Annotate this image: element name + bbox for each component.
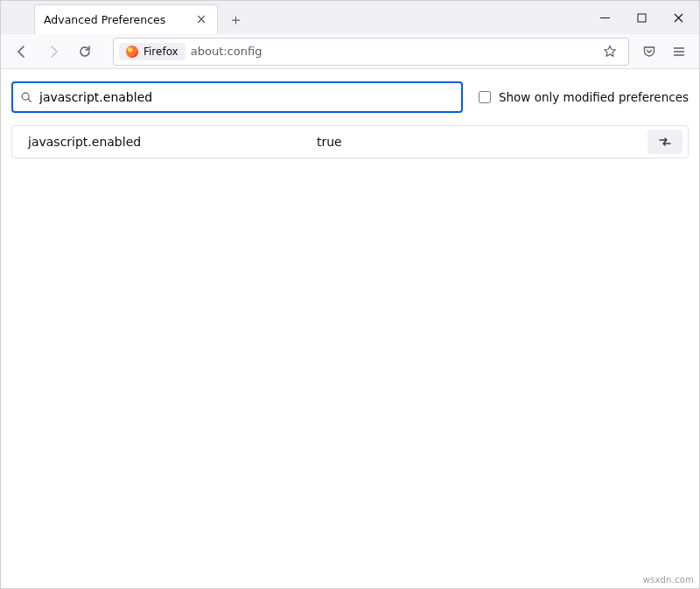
bookmark-button[interactable] bbox=[597, 39, 623, 65]
url-bar[interactable]: Firefox about:config bbox=[113, 38, 629, 66]
back-button[interactable] bbox=[8, 38, 36, 66]
svg-line-8 bbox=[28, 99, 31, 102]
arrow-right-icon bbox=[46, 45, 60, 59]
pocket-button[interactable] bbox=[636, 39, 662, 65]
maximize-button[interactable] bbox=[624, 5, 659, 30]
maximize-icon bbox=[637, 13, 647, 23]
url-text: about:config bbox=[191, 45, 262, 58]
pref-toggle-button[interactable] bbox=[648, 130, 682, 154]
firefox-logo-icon bbox=[126, 46, 138, 58]
pref-name: javascript.enabled bbox=[28, 135, 317, 149]
minimize-icon bbox=[600, 13, 610, 23]
close-window-button[interactable] bbox=[661, 5, 696, 30]
app-menu-button[interactable] bbox=[666, 39, 692, 65]
tab-title: Advanced Preferences bbox=[44, 13, 187, 26]
arrow-left-icon bbox=[15, 45, 29, 59]
reload-icon bbox=[78, 45, 92, 59]
about-config-page: Show only modified preferences javascrip… bbox=[1, 69, 699, 588]
pref-search-box[interactable] bbox=[11, 81, 463, 113]
show-modified-checkbox-input[interactable] bbox=[479, 91, 491, 103]
tab-strip: Advanced Preferences × ＋ bbox=[1, 1, 699, 34]
watermark: wsxdn.com bbox=[643, 575, 694, 585]
pref-row: javascript.enabled true bbox=[11, 125, 689, 158]
forward-button[interactable] bbox=[39, 38, 67, 66]
browser-window: Advanced Preferences × ＋ bbox=[0, 0, 700, 589]
tab-advanced-preferences[interactable]: Advanced Preferences × bbox=[34, 4, 218, 34]
reload-button[interactable] bbox=[71, 38, 99, 66]
search-icon bbox=[20, 91, 32, 103]
svg-rect-1 bbox=[638, 14, 646, 22]
nav-toolbar: Firefox about:config bbox=[1, 34, 699, 69]
toggle-icon bbox=[658, 135, 672, 149]
minimize-button[interactable] bbox=[587, 5, 622, 30]
hamburger-icon bbox=[672, 45, 686, 59]
search-row: Show only modified preferences bbox=[11, 81, 689, 113]
identity-label: Firefox bbox=[144, 46, 178, 58]
identity-pill[interactable]: Firefox bbox=[119, 43, 186, 60]
pref-search-input[interactable] bbox=[38, 83, 454, 111]
new-tab-button[interactable]: ＋ bbox=[223, 7, 248, 32]
window-controls bbox=[587, 1, 696, 34]
pref-value: true bbox=[317, 135, 648, 149]
show-modified-label: Show only modified preferences bbox=[499, 90, 689, 104]
show-modified-checkbox[interactable]: Show only modified preferences bbox=[475, 88, 689, 106]
close-tab-icon[interactable]: × bbox=[194, 13, 208, 26]
star-icon bbox=[603, 45, 617, 59]
close-icon bbox=[674, 13, 683, 23]
pocket-icon bbox=[642, 45, 656, 59]
